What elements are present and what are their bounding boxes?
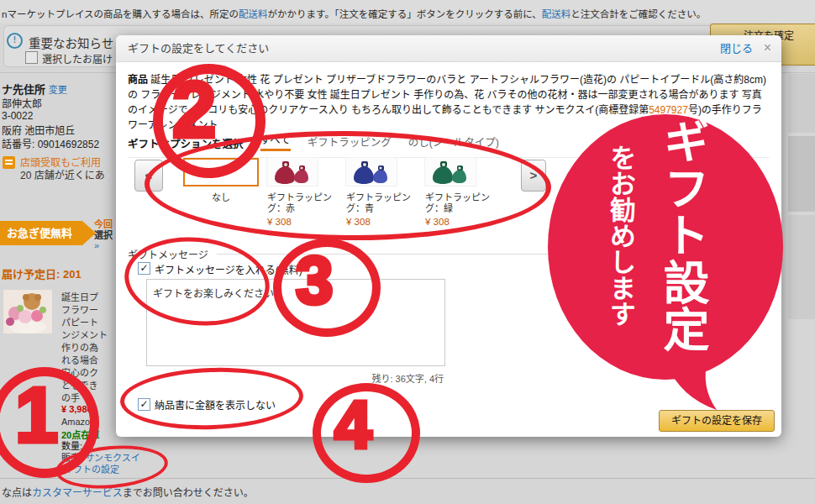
footer-text-2: までお問い合わせください。: [123, 487, 254, 499]
hide-price-checkbox[interactable]: [138, 398, 150, 411]
characters-remaining: 残り: 36文字, 4行: [146, 371, 444, 385]
trademark-number: 5497927: [649, 104, 688, 116]
footer-help-text: な点はカスタマーサービスまでお問い合わせください。: [2, 485, 254, 499]
green-gift-bag-image: [425, 158, 476, 186]
product-line: 作りの為: [61, 342, 117, 354]
modal-title: ギフトの設定をしてください: [128, 35, 269, 62]
close-button[interactable]: 閉じる: [720, 35, 753, 62]
express-side-text: 今回 選択 »: [94, 219, 116, 251]
product-line: 誕生日プ: [61, 291, 117, 304]
important-notice-title: 重要なお知らせ: [29, 34, 113, 51]
shipping-fee-link-2[interactable]: 配送料: [542, 9, 571, 19]
product-description-clipped: 誕生日プ フラワー パピート ンジメント 作りの為 れる場合 安心のク ともでき…: [61, 291, 117, 405]
gift-message-checkbox-label: ギフトメッセージを入れる(無料): [155, 262, 302, 276]
wrapping-option-blue[interactable]: ギフトラッピング：青 ¥ 308: [346, 158, 423, 227]
notice-text-1: nマーケットプレイスの商品を購入する場合は、所定の: [2, 9, 239, 19]
wrapping-green-price: ¥ 308: [425, 217, 502, 227]
product-line: ともでき: [61, 380, 117, 392]
tab-noshi[interactable]: のし(シールタイプ): [408, 134, 499, 151]
order-summary-block: [788, 74, 815, 133]
wrapping-none-label: なし: [183, 190, 259, 203]
shipping-fee-link-1[interactable]: 配送料: [239, 9, 268, 19]
close-x-icon[interactable]: [764, 35, 771, 60]
notice-text-2: がかかります。「注文を確定する」ボタンをクリックする前に、: [268, 9, 542, 19]
express-side-line1: 今回: [94, 219, 116, 230]
notice-checkbox[interactable]: [25, 51, 38, 64]
checkout-page: nマーケットプレイスの商品を購入する場合は、所定の配送料がかかります。「注文を確…: [0, 0, 815, 504]
product-line: パピート: [61, 317, 117, 329]
blue-gift-bag-image: [346, 158, 397, 186]
tab-all[interactable]: すべて: [260, 131, 291, 151]
store-pickup-count: 20 店舗が近くにあ: [20, 167, 105, 181]
delivery-date: 届け予定日: 201: [2, 265, 82, 281]
marketplace-notice-text: nマーケットプレイスの商品を購入する場合は、所定の配送料がかかります。「注文を確…: [2, 7, 706, 20]
amazon-label: Amazon: [61, 417, 95, 427]
heading-rule: [217, 254, 770, 255]
alert-icon: [7, 33, 23, 49]
order-summary-block: [788, 136, 815, 212]
carousel-prev-button[interactable]: [134, 160, 163, 192]
address-heading: ナ先住所 変更: [2, 81, 67, 97]
footer-divider: [0, 478, 815, 479]
notice-text-3: と注文合計をご確認ください。: [570, 9, 706, 19]
wrapping-blue-label: ギフトラッピング：青: [346, 192, 423, 214]
wrapping-red-price: ¥ 308: [267, 217, 344, 227]
tab-gift-wrapping[interactable]: ギフトラッピング: [308, 134, 392, 151]
address-phone: 話番号: 09014692852: [2, 136, 99, 150]
wrapping-carousel: なし ギフトラッピング：赤 ¥ 308: [128, 158, 770, 252]
customer-service-link[interactable]: カスタマーサービス: [32, 487, 123, 499]
product-thumbnail: [3, 290, 52, 333]
product-line: れる場合: [61, 354, 117, 367]
gift-settings-modal: ギフトの設定をしてください 閉じる 商品 誕生日 プレゼント 女性 花 プレゼン…: [116, 35, 781, 437]
wrapping-green-label: ギフトラッピング：緑: [425, 192, 502, 214]
wrapping-option-green[interactable]: ギフトラッピング：緑 ¥ 308: [425, 158, 502, 227]
carousel-next-button[interactable]: [521, 160, 546, 192]
order-summary-block: [788, 215, 815, 319]
wrapping-red-label: ギフトラッピング：赤: [267, 192, 344, 214]
address-heading-text: ナ先住所: [2, 83, 45, 96]
express-more-link[interactable]: »: [94, 240, 116, 251]
product-line: の手: [61, 392, 117, 405]
gift-options-label: ギフトオプションを選択: [128, 135, 244, 151]
wrapping-blue-price: ¥ 308: [346, 217, 423, 227]
product-line: 安心のク: [61, 367, 117, 380]
gift-message-heading: ギフトメッセージ: [128, 247, 208, 261]
gift-message-heading-row: ギフトメッセージ: [128, 247, 770, 261]
address-city: 阪府 池田市旭丘: [2, 123, 75, 137]
address-change-link[interactable]: 変更: [49, 85, 67, 95]
gift-settings-link[interactable]: ギフトの設定: [64, 462, 119, 475]
gift-message-checkbox[interactable]: [138, 262, 150, 275]
product-label: 商品: [128, 74, 148, 86]
gift-message-textarea[interactable]: ギフトをお楽しみください！: [146, 279, 445, 366]
footer-text-1: な点は: [2, 487, 32, 499]
product-line: フラワー: [61, 304, 117, 317]
wrapping-option-red[interactable]: ギフトラッピング：赤 ¥ 308: [267, 158, 344, 227]
notice-checkbox-label: 選択したお届け: [42, 51, 113, 66]
wrapping-option-none[interactable]: [183, 158, 259, 186]
store-pickup-icon: [3, 156, 15, 169]
product-price: ¥ 3,980: [61, 404, 92, 414]
red-gift-bag-image: [267, 158, 318, 186]
express-side-line2: 選択: [94, 230, 116, 241]
address-postal: 3-0022: [2, 110, 33, 122]
address-name: 部伸太郎: [2, 96, 42, 110]
annotation-number-1: 1: [15, 376, 58, 454]
express-free-badge: お急ぎ便無料: [0, 221, 96, 245]
product-line: ンジメント: [61, 329, 117, 342]
modal-product-description: 商品 誕生日 プレゼント 女性 花 プレゼント プリザーブドフラワーのバラと ア…: [128, 72, 770, 133]
hide-price-checkbox-label: 納品書に金額を表示しない: [155, 397, 276, 412]
gift-options-row: ギフトオプションを選択 すべて ギフトラッピング のし(シールタイプ): [128, 131, 770, 158]
save-gift-settings-button[interactable]: ギフトの設定を保存: [659, 410, 775, 432]
